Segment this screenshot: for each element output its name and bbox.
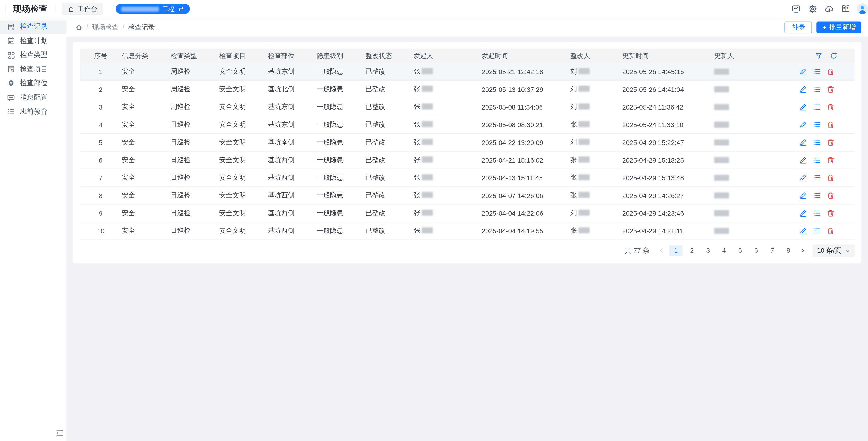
delete-icon[interactable] [827, 209, 834, 217]
delete-icon[interactable] [827, 139, 834, 146]
table-row[interactable]: 3安全周巡检安全文明基坑东侧一般隐患已整改张2025-05-08 11:34:0… [80, 98, 855, 116]
detail-list-icon[interactable] [813, 121, 820, 128]
page-size-select[interactable]: 10 条/页 [813, 244, 855, 257]
sidebar-item-检查类型[interactable]: 检查类型 [0, 48, 66, 62]
handbook-icon[interactable] [841, 4, 850, 13]
edit-icon[interactable] [799, 68, 807, 75]
edit-icon[interactable] [799, 192, 807, 199]
edit-icon[interactable] [799, 227, 807, 235]
column-header: 整改人 [570, 49, 622, 63]
cell-initiator: 张 [413, 151, 482, 169]
sidebar-item-检查项目[interactable]: 检查项目 [0, 63, 66, 76]
cell-no: 1 [80, 63, 122, 80]
sidebar-item-检查部位[interactable]: 检查部位 [0, 77, 66, 90]
cell-rectifier: 张 [570, 151, 622, 169]
filter-icon[interactable] [815, 53, 822, 59]
edit-icon[interactable] [799, 174, 807, 181]
delete-icon[interactable] [827, 157, 834, 164]
column-header: 序号 [80, 49, 122, 63]
prev-page-icon[interactable] [657, 245, 666, 256]
sidebar-item-检查记录[interactable]: 检查记录 [0, 20, 66, 34]
delete-icon[interactable] [827, 174, 834, 181]
delete-icon[interactable] [827, 227, 834, 235]
edit-icon[interactable] [799, 103, 807, 111]
batch-add-button[interactable]: + 批量新增 [817, 21, 861, 33]
edit-icon[interactable] [799, 121, 807, 128]
delete-icon[interactable] [827, 103, 834, 111]
delete-icon[interactable] [827, 121, 834, 128]
detail-list-icon[interactable] [813, 86, 820, 93]
redacted-text [714, 228, 729, 234]
delete-icon[interactable] [827, 192, 834, 199]
table-row[interactable]: 9安全日巡检安全文明基坑西侧一般隐患已整改张2025-04-04 14:22:0… [80, 204, 855, 222]
cell-status: 已整改 [365, 187, 413, 204]
sidebar-item-消息配置[interactable]: 消息配置 [0, 91, 66, 104]
cell-rectifier: 刘 [570, 98, 622, 116]
detail-list-icon[interactable] [813, 68, 820, 75]
cell-initiated-at: 2025-04-13 15:11:45 [482, 169, 570, 186]
edit-icon[interactable] [799, 139, 807, 146]
table-row[interactable]: 5安全日巡检安全文明基坑南侧一般隐患已整改张2025-04-22 13:20:0… [80, 133, 855, 151]
detail-list-icon[interactable] [813, 103, 820, 111]
cell-check-part: 基坑西侧 [268, 187, 317, 204]
detail-list-icon[interactable] [813, 139, 820, 146]
detail-list-icon[interactable] [813, 157, 820, 164]
edit-icon[interactable] [799, 86, 807, 93]
refresh-icon[interactable] [830, 53, 837, 59]
page-button-3[interactable]: 3 [702, 245, 715, 256]
next-page-icon[interactable] [798, 245, 807, 256]
cell-initiator: 张 [413, 133, 482, 151]
detail-list-icon[interactable] [813, 174, 820, 181]
sidebar-collapse-icon[interactable] [55, 428, 64, 437]
sidebar-item-检查计划[interactable]: 检查计划 [0, 34, 66, 48]
cell-actions [797, 169, 855, 186]
cell-no: 4 [80, 116, 122, 133]
page-button-1[interactable]: 1 [669, 245, 683, 256]
cell-initiator: 张 [413, 63, 482, 80]
table-row[interactable]: 10安全日巡检安全文明基坑西侧一般隐患已整改张2025-04-04 14:19:… [80, 222, 855, 240]
table-row[interactable]: 4安全日巡检安全文明基坑东侧一般隐患已整改张2025-05-08 08:30:2… [80, 116, 855, 133]
table-row[interactable]: 8安全日巡检安全文明基坑西侧一般隐患已整改张2025-04-07 14:26:0… [80, 187, 855, 204]
home-icon[interactable] [75, 24, 83, 31]
page-button-8[interactable]: 8 [782, 245, 795, 256]
cell-hazard-level: 一般隐患 [317, 222, 366, 240]
table-row[interactable]: 6安全日巡检安全文明基坑西侧一般隐患已整改张2025-04-21 15:16:0… [80, 151, 855, 169]
cell-category: 安全 [122, 169, 170, 186]
table-row[interactable]: 7安全日巡检安全文明基坑西侧一般隐患已整改张2025-04-13 15:11:4… [80, 169, 855, 186]
cloud-download-icon[interactable] [825, 4, 834, 13]
edit-icon[interactable] [799, 209, 807, 217]
monitor-chart-icon[interactable] [792, 4, 800, 13]
delete-icon[interactable] [827, 68, 834, 75]
breadcrumb-root[interactable]: 现场检查 [92, 22, 119, 32]
page-button-5[interactable]: 5 [734, 245, 747, 256]
table-row[interactable]: 2安全周巡检安全文明基坑北侧一般隐患已整改张2025-05-13 10:37:2… [80, 80, 855, 98]
detail-list-icon[interactable] [813, 209, 820, 217]
redacted-text [579, 103, 590, 109]
project-switcher[interactable]: 工程 [116, 4, 190, 14]
cell-check-part: 基坑西侧 [268, 151, 317, 169]
cell-hazard-level: 一般隐患 [317, 187, 366, 204]
detail-list-icon[interactable] [813, 227, 820, 235]
cell-initiated-at: 2025-05-21 12:42:18 [482, 63, 570, 80]
edit-icon[interactable] [799, 157, 807, 164]
sidebar-item-label: 检查部位 [20, 79, 48, 88]
user-avatar[interactable] [857, 3, 868, 14]
redacted-text [714, 68, 729, 74]
page-button-6[interactable]: 6 [749, 245, 763, 256]
page-button-4[interactable]: 4 [717, 245, 731, 256]
delete-icon[interactable] [827, 86, 834, 93]
cell-updated-at: 2025-04-29 15:13:48 [622, 169, 714, 186]
detail-list-icon[interactable] [813, 192, 820, 199]
cell-no: 2 [80, 80, 122, 98]
table-row[interactable]: 1安全周巡检安全文明基坑东侧一般隐患已整改张2025-05-21 12:42:1… [80, 63, 855, 80]
cell-updater [714, 116, 797, 133]
settings-gear-icon[interactable] [808, 4, 817, 13]
supplement-button[interactable]: 补录 [784, 21, 812, 33]
cell-initiated-at: 2025-04-07 14:26:06 [482, 187, 570, 204]
cell-hazard-level: 一般隐患 [317, 204, 366, 222]
sidebar-item-班前教育[interactable]: 班前教育 [0, 105, 66, 118]
page-button-2[interactable]: 2 [685, 245, 699, 256]
page-button-7[interactable]: 7 [766, 245, 779, 256]
workbench-button[interactable]: 工作台 [62, 3, 103, 15]
cell-rectifier: 刘 [570, 63, 622, 80]
